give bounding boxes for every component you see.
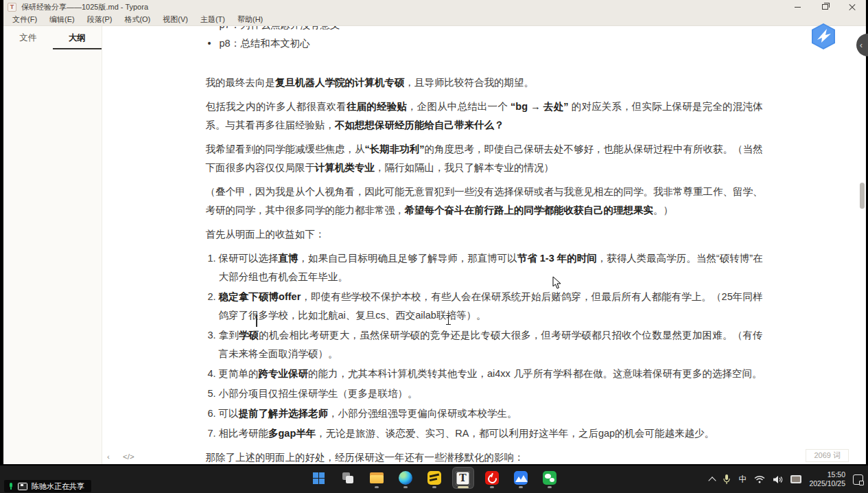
netease-music-icon bbox=[485, 471, 499, 485]
list-item[interactable]: 5. 小部分项目仅招生保研学生（更多是联培）。 bbox=[206, 385, 763, 403]
list-item[interactable]: 6. 可以提前了解并选择老师，小部分强组强导更偏向保研或本校学生。 bbox=[206, 404, 763, 423]
screen-share-icon bbox=[18, 483, 27, 490]
file-explorer-button[interactable] bbox=[366, 468, 387, 488]
bird-logo-icon bbox=[809, 22, 838, 51]
menu-edit[interactable]: 编辑(E) bbox=[43, 14, 81, 25]
typora-taskbar-button[interactable]: T bbox=[453, 468, 473, 488]
paragraph[interactable]: 我希望看到的同学能减缓些焦虑，从“长期非功利”的角度思考，即使自己保研去处不够好… bbox=[206, 140, 763, 177]
wechat-button[interactable] bbox=[539, 468, 560, 488]
netease-music-button[interactable] bbox=[482, 468, 502, 488]
blue-mountain-app-button[interactable] bbox=[511, 468, 531, 488]
typora-icon: T bbox=[456, 471, 470, 485]
menu-theme[interactable]: 主题(T) bbox=[194, 14, 231, 25]
menu-view[interactable]: 视图(V) bbox=[156, 14, 194, 25]
task-view-icon bbox=[342, 472, 354, 484]
menu-file[interactable]: 文件(F) bbox=[6, 14, 43, 25]
paragraph[interactable]: 首先从明面上的收益如下： bbox=[206, 225, 763, 244]
taskbar-apps: T bbox=[309, 468, 560, 488]
list-item[interactable]: p8：总结和本文初心 bbox=[206, 34, 763, 53]
list-number: 2. bbox=[206, 288, 216, 325]
typora-app-icon: T bbox=[8, 3, 16, 12]
list-number: 3. bbox=[206, 326, 216, 363]
close-button[interactable] bbox=[838, 0, 866, 14]
notification-center-icon[interactable] bbox=[853, 474, 863, 485]
list-item-text: 可以提前了解并选择老师，小部分强组强导更偏向保研或本校学生。 bbox=[219, 404, 763, 423]
input-method-icon[interactable]: 中 bbox=[738, 474, 747, 485]
mountain-app-icon bbox=[514, 471, 528, 485]
list-item-text: 拿到学硕的机会相比考研更大，虽然保研学硕的竞争还是比专硕大很多，但考研学硕都只招… bbox=[219, 326, 763, 363]
list-item[interactable]: p7：为什么焦虑并没有意义 bbox=[206, 26, 763, 34]
yellow-app-button[interactable] bbox=[424, 468, 445, 488]
tab-files[interactable]: 文件 bbox=[3, 32, 53, 49]
wechat-icon bbox=[543, 471, 556, 485]
minimize-icon bbox=[795, 7, 801, 8]
bullet-list: p7：为什么焦虑并没有意义 p8：总结和本文初心 bbox=[206, 26, 763, 53]
sidebar-toggle-icon[interactable]: ‹ bbox=[107, 452, 110, 461]
title-bar[interactable]: T 保研经验分享——1025版.md - Typora bbox=[3, 0, 866, 14]
source-code-mode-icon[interactable]: </> bbox=[123, 452, 134, 461]
tab-outline[interactable]: 大纲 bbox=[53, 32, 102, 49]
volume-icon[interactable] bbox=[773, 475, 783, 484]
word-count: 2069 词 bbox=[806, 449, 849, 462]
list-number: 6. bbox=[206, 404, 216, 423]
running-indicator bbox=[458, 486, 469, 488]
running-indicator bbox=[548, 486, 552, 488]
folder-icon bbox=[370, 472, 384, 483]
text-caret bbox=[256, 314, 257, 327]
list-item[interactable]: 7. 相比考研能多gap半年，无论是旅游、谈恋爱、实习、RA，都可以利用好这半年… bbox=[206, 424, 763, 443]
sharing-status-text: 陈驰水正在共享 bbox=[32, 481, 84, 492]
wifi-icon[interactable] bbox=[754, 475, 765, 483]
list-item-text: p7：为什么焦虑并没有意义 bbox=[220, 26, 340, 34]
running-indicator bbox=[490, 486, 494, 488]
list-number: 1. bbox=[206, 249, 216, 286]
list-item-text: 小部分项目仅招生保研学生（更多是联培）。 bbox=[219, 385, 763, 403]
list-item-text: 稳定拿下硕博offer，即使有些学校不保护本校，有些人会在保研系统开始后赌鸽穿，… bbox=[219, 288, 763, 325]
sidebar: 文件 大纲 bbox=[3, 26, 102, 464]
bullet-icon bbox=[206, 26, 220, 34]
running-indicator bbox=[432, 486, 436, 488]
menu-format[interactable]: 格式(O) bbox=[118, 14, 156, 25]
menu-paragraph[interactable]: 段落(P) bbox=[81, 14, 119, 25]
sidebar-tabs: 文件 大纲 bbox=[3, 26, 102, 49]
close-icon bbox=[849, 3, 856, 10]
list-item[interactable]: 3. 拿到学硕的机会相比考研更大，虽然保研学硕的竞争还是比专硕大很多，但考研学硕… bbox=[206, 326, 763, 363]
tray-expand-icon[interactable] bbox=[709, 477, 716, 484]
scrollbar-thumb[interactable] bbox=[860, 183, 865, 209]
screen: T 保研经验分享——1025版.md - Typora 文件(F) 编辑(E) … bbox=[0, 0, 868, 493]
minimize-button[interactable] bbox=[784, 0, 811, 14]
document-body[interactable]: p7：为什么焦虑并没有意义 p8：总结和本文初心 我的最终去向是复旦机器人学院的… bbox=[206, 26, 763, 464]
screen-share-tray-icon[interactable] bbox=[790, 475, 801, 483]
window-title: 保研经验分享——1025版.md - Typora bbox=[21, 2, 148, 12]
menu-help[interactable]: 帮助(H) bbox=[231, 14, 269, 25]
yellow-app-icon bbox=[427, 471, 441, 485]
list-number: 7. bbox=[206, 424, 216, 443]
microphone-icon[interactable] bbox=[723, 474, 731, 485]
running-indicator bbox=[519, 486, 523, 488]
start-button[interactable] bbox=[309, 468, 329, 488]
restore-button[interactable] bbox=[811, 0, 838, 14]
list-item-text: 更简单的跨专业保研的能力，尤其本科计算机类转其他专业，ai4xx 几乎所有学科都… bbox=[219, 365, 763, 383]
typora-window: T 保研经验分享——1025版.md - Typora 文件(F) 编辑(E) … bbox=[3, 0, 866, 464]
bullet-icon bbox=[206, 34, 220, 53]
paragraph[interactable]: 包括我之内的许多人都很喜欢看往届的经验贴，企图从中总结出一个 “bg → 去处”… bbox=[206, 98, 763, 135]
system-tray: 中 15:50 2025/10/25 bbox=[709, 466, 863, 493]
running-indicator bbox=[375, 486, 379, 488]
editor-viewport[interactable]: p7：为什么焦虑并没有意义 p8：总结和本文初心 我的最终去向是复旦机器人学院的… bbox=[102, 26, 866, 464]
paragraph[interactable]: （叠个甲，因为我是从个人视角看，因此可能无意冒犯到一些没有选择保研或者与我意见相… bbox=[206, 183, 763, 220]
list-item[interactable]: 1. 保研可以选择直博，如果自己目标明确且足够了解导师，那直博可以节省 1-3 … bbox=[206, 249, 763, 286]
taskbar: T 中 bbox=[0, 466, 868, 493]
paragraph[interactable]: 那除了上述的明面上的好处，经历保研这一年还有一些潜移默化的影响： bbox=[206, 448, 763, 464]
blue-bird-hexagon-logo[interactable] bbox=[809, 22, 838, 51]
task-view-button[interactable] bbox=[338, 468, 358, 488]
list-item[interactable]: 4. 更简单的跨专业保研的能力，尤其本科计算机类转其他专业，ai4xx 几乎所有… bbox=[206, 365, 763, 383]
edge-browser-button[interactable] bbox=[395, 468, 416, 488]
mic-on-icon bbox=[8, 483, 14, 490]
restore-icon bbox=[822, 4, 828, 10]
tray-date: 2025/10/25 bbox=[809, 479, 845, 488]
menu-bar: 文件(F) 编辑(E) 段落(P) 格式(O) 视图(V) 主题(T) 帮助(H… bbox=[3, 14, 866, 26]
paragraph[interactable]: 我的最终去向是复旦机器人学院的计算机专硕，且导师比较符合我的期望。 bbox=[206, 73, 763, 92]
edge-icon bbox=[399, 471, 412, 485]
list-item-text: p8：总结和本文初心 bbox=[220, 34, 310, 53]
list-item[interactable]: 2. 稳定拿下硕博offer，即使有些学校不保护本校，有些人会在保研系统开始后赌… bbox=[206, 288, 763, 325]
clock[interactable]: 15:50 2025/10/25 bbox=[809, 470, 845, 488]
